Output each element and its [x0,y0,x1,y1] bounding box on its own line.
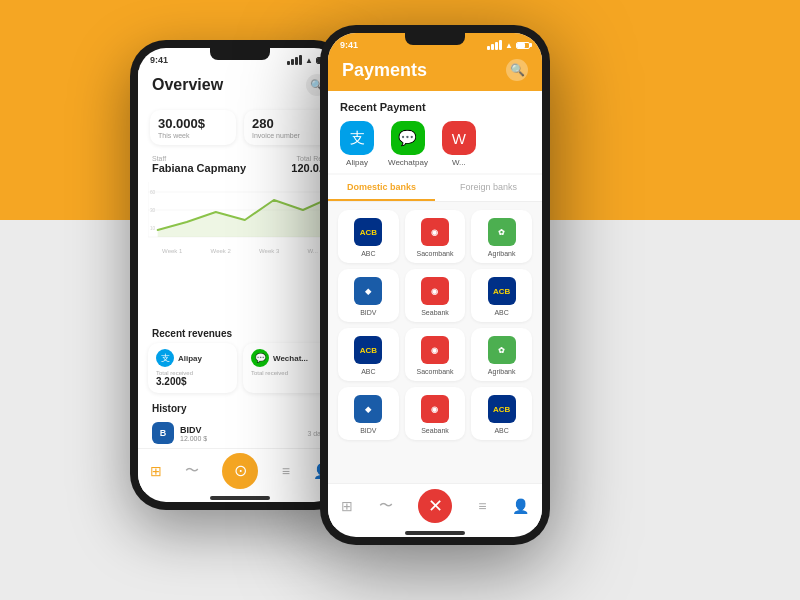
sacom-logo-2: ◉ [421,336,449,364]
payments-body: Recent Payment 支 Alipay 💬 Wechatpay W W [328,91,542,483]
overview-header: Overview 🔍 [138,70,342,104]
payment-wechat[interactable]: 💬 Wechatpay [388,121,428,167]
bidv-logo-2: ◆ [354,395,382,423]
bank-item-bidv-2[interactable]: ◆ BIDV [338,387,399,440]
bank-item-acb-1[interactable]: ACB ABC [338,210,399,263]
close-button[interactable]: ✕ [418,489,452,523]
nav-list[interactable]: ≡ [282,463,290,479]
bank-item-acb-3[interactable]: ACB ABC [338,328,399,381]
close-icon: ✕ [428,495,443,517]
phone-overview-screen: 9:41 ▲ Overview [138,48,342,502]
agri-name-1: Agribank [488,250,516,257]
wechat-name: Wechat... [273,354,308,363]
bank-grid: ACB ABC ◉ Sacombank ✿ Agribank ◆ BIDV [328,202,542,448]
bank-tabs: Domestic banks Foreign banks [328,175,542,202]
battery-icon-payments [516,42,530,49]
staff-name: Fabiana Capmany [152,162,246,174]
sea-name-1: Seabank [421,309,449,316]
stat-this-week: 30.000$ This week [150,110,236,145]
acb-logo-3: ACB [354,336,382,364]
wifi-icon: ▲ [305,56,313,65]
bidv-logo-1: ◆ [354,277,382,305]
payment-other[interactable]: W W... [442,121,476,167]
acb-logo-1: ACB [354,218,382,246]
wechat-logo: 💬 [251,349,269,367]
history-item-bidv[interactable]: B BIDV 12.000 $ [152,418,207,448]
bottom-nav-overview: ⊞ 〜 ⊙ ≡ 👤 [138,448,342,492]
nav-grid[interactable]: ⊞ [150,463,162,479]
signal-2 [291,59,294,65]
acb-name-2: ABC [494,309,508,316]
agri-name-2: Agribank [488,368,516,375]
other-payment-logo: W [442,121,476,155]
search-button-payments[interactable]: 🔍 [506,59,528,81]
list-icon: ≡ [282,463,290,479]
sea-logo-2: ◉ [421,395,449,423]
notch-back [210,48,270,60]
bank-item-sea-1[interactable]: ◉ Seabank [405,269,466,322]
profile-icon-p: 👤 [512,498,529,514]
alipay-logo: 支 [156,349,174,367]
recent-payment-title: Recent Payment [340,101,530,113]
status-time: 9:41 [150,55,168,65]
bank-item-sacom-1[interactable]: ◉ Sacombank [405,210,466,263]
scan-icon: ⊙ [234,461,247,480]
notch-front [405,33,465,45]
revenue-chart: 60 30 10 [148,182,332,242]
signal-3 [295,57,298,65]
week2-label: Week 2 [211,248,231,254]
alipay-name: Alipay [178,354,202,363]
grid-icon-p: ⊞ [341,498,353,514]
nav-grid-p[interactable]: ⊞ [341,498,353,514]
acb-name-1: ABC [361,250,375,257]
recent-revenues-title: Recent revenues [138,324,342,343]
bank-item-agri-1[interactable]: ✿ Agribank [471,210,532,263]
signal-1 [287,61,290,65]
week1-label: Week 1 [162,248,182,254]
revenue-cards: 支 Alipay Total received 3.200$ 💬 Wechat.… [138,343,342,399]
overview-title: Overview [152,76,223,94]
bank-item-sea-2[interactable]: ◉ Seabank [405,387,466,440]
list-icon-p: ≡ [478,498,486,514]
sea-name-2: Seabank [421,427,449,434]
revenue-card-wechat[interactable]: 💬 Wechat... Total received [243,343,332,393]
stat-invoice-label: Invoice number [252,132,322,139]
nav-list-p[interactable]: ≡ [478,498,486,514]
grid-icon: ⊞ [150,463,162,479]
signal-p1 [487,46,490,50]
payment-icons-row: 支 Alipay 💬 Wechatpay W W... [340,121,530,167]
nav-profile-p[interactable]: 👤 [512,498,529,514]
chart-x-labels: Week 1 Week 2 Week 3 W... [148,246,332,256]
history-bidv-name: BIDV [180,425,207,435]
recent-section: Recent Payment 支 Alipay 💬 Wechatpay W W [328,91,542,173]
svg-text:60: 60 [150,190,156,195]
home-bar-front [405,531,465,535]
status-icons-payments: ▲ [487,40,530,50]
bank-item-sacom-2[interactable]: ◉ Sacombank [405,328,466,381]
nav-chart[interactable]: 〜 [185,462,199,480]
revenue-card-alipay[interactable]: 支 Alipay Total received 3.200$ [148,343,237,393]
bank-item-acb-2[interactable]: ACB ABC [471,269,532,322]
stat-week-value: 30.000$ [158,116,228,131]
chart-icon: 〜 [185,462,199,480]
tab-domestic[interactable]: Domestic banks [328,175,435,201]
bank-item-bidv-1[interactable]: ◆ BIDV [338,269,399,322]
week3-label: Week 3 [259,248,279,254]
wechat-received-label: Total received [251,370,324,376]
signal-p3 [495,42,498,50]
payments-header: Payments 🔍 [328,55,542,91]
agri-logo-2: ✿ [488,336,516,364]
nav-scan-button[interactable]: ⊙ [222,453,258,489]
week4-label: W... [308,248,318,254]
alipay-payment-label: Alipay [346,158,368,167]
acb-name-4: ABC [494,427,508,434]
nav-chart-p[interactable]: 〜 [379,497,393,515]
tab-foreign[interactable]: Foreign banks [435,175,542,201]
bottom-nav-payments: ⊞ 〜 ✕ ≡ 👤 [328,483,542,527]
wechat-payment-label: Wechatpay [388,158,428,167]
payment-alipay[interactable]: 支 Alipay [340,121,374,167]
stats-row: 30.000$ This week 280 Invoice number [138,104,342,151]
bank-item-acb-4[interactable]: ACB ABC [471,387,532,440]
bidv-name-1: BIDV [360,309,376,316]
bank-item-agri-2[interactable]: ✿ Agribank [471,328,532,381]
